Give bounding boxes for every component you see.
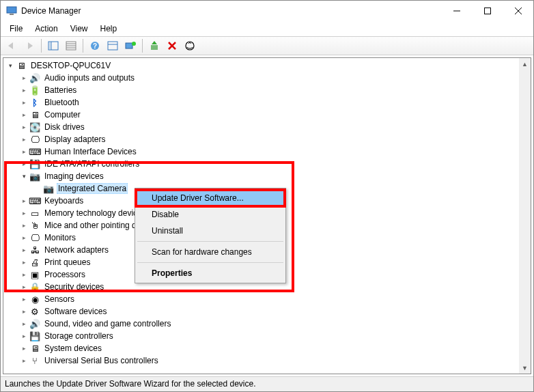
tree-item-label: Memory technology devices bbox=[43, 208, 147, 218]
context-menu: Update Driver Software...DisableUninstal… bbox=[135, 188, 286, 283]
tree-category-item[interactable]: ▸⑂Universal Serial Bus controllers bbox=[5, 354, 531, 367]
expand-arrow-icon[interactable]: ▸ bbox=[20, 123, 28, 131]
collapse-arrow-icon[interactable]: ▾ bbox=[20, 172, 28, 180]
monitor-icon: 🖵 bbox=[29, 232, 40, 243]
svg-rect-17 bbox=[126, 43, 132, 48]
expand-arrow-icon[interactable]: ▸ bbox=[20, 148, 28, 156]
scroll-down-icon[interactable]: ▼ bbox=[519, 362, 531, 374]
menu-file[interactable]: File bbox=[3, 23, 29, 35]
help-button[interactable]: ? bbox=[87, 38, 103, 54]
minimize-button[interactable] bbox=[441, 1, 472, 21]
tree-category-item[interactable]: ▸◉Sensors bbox=[5, 293, 531, 305]
expand-arrow-icon[interactable]: ▸ bbox=[20, 295, 28, 303]
tree-category-item[interactable]: ▸💽Disk drives bbox=[5, 121, 531, 133]
show-hide-tree-button[interactable] bbox=[45, 38, 61, 54]
properties-button[interactable] bbox=[63, 38, 79, 54]
expand-arrow-icon[interactable]: ▸ bbox=[20, 320, 28, 328]
status-text: Launches the Update Driver Software Wiza… bbox=[5, 379, 256, 389]
tree-category-item[interactable]: ▸🖥Computer bbox=[5, 109, 531, 121]
expand-arrow-icon[interactable]: ▸ bbox=[20, 160, 28, 168]
back-button[interactable] bbox=[3, 38, 20, 54]
tree-item-label: Computer bbox=[43, 110, 82, 120]
battery-icon: 🔋 bbox=[29, 85, 40, 96]
expand-arrow-icon[interactable]: ▸ bbox=[20, 98, 28, 107]
expand-arrow-icon[interactable]: ▸ bbox=[20, 283, 28, 291]
tree-item-label: Sensors bbox=[43, 294, 76, 304]
scroll-up-icon[interactable]: ▲ bbox=[519, 58, 531, 70]
menu-view[interactable]: View bbox=[64, 23, 94, 35]
tree-category-item[interactable]: ▸ᛒBluetooth bbox=[5, 96, 531, 109]
tree-category-item[interactable]: ▸💾IDE ATA/ATAPI controllers bbox=[5, 158, 531, 170]
expand-arrow-icon[interactable]: ▸ bbox=[20, 344, 28, 352]
context-menu-item[interactable]: Disable bbox=[137, 206, 284, 223]
update-driver-button[interactable] bbox=[146, 38, 163, 54]
context-menu-separator bbox=[137, 262, 283, 263]
expand-arrow-icon[interactable]: ▸ bbox=[20, 246, 28, 254]
tree-item-label: Universal Serial Bus controllers bbox=[43, 356, 160, 365]
tree-category-item[interactable]: ▸🔊Sound, video and game controllers bbox=[5, 318, 531, 330]
expand-arrow-icon[interactable]: ▸ bbox=[20, 221, 28, 229]
tree-item-label: Audio inputs and outputs bbox=[43, 73, 136, 83]
tree-item-label: IDE ATA/ATAPI controllers bbox=[43, 159, 141, 169]
tree-category-item[interactable]: ▸🔋Batteries bbox=[5, 84, 531, 96]
context-menu-item[interactable]: Properties bbox=[137, 265, 284, 281]
expand-arrow-icon[interactable]: ▸ bbox=[20, 74, 28, 82]
expand-arrow-icon[interactable]: ▸ bbox=[20, 270, 28, 279]
menubar: File Action View Help bbox=[1, 21, 533, 36]
tree-category-item[interactable]: ▸💾Storage controllers bbox=[5, 330, 531, 342]
menu-action[interactable]: Action bbox=[29, 23, 64, 35]
collapse-arrow-icon[interactable]: ▾ bbox=[6, 61, 14, 70]
expand-arrow-icon[interactable]: ▸ bbox=[20, 234, 28, 242]
context-menu-item[interactable]: Scan for hardware changes bbox=[137, 244, 284, 260]
maximize-button[interactable] bbox=[472, 1, 503, 21]
expand-arrow-icon[interactable]: ▸ bbox=[20, 258, 28, 266]
expand-arrow-icon[interactable]: ▸ bbox=[20, 209, 28, 217]
tree-category-item[interactable]: ▸🖵Display adapters bbox=[5, 133, 531, 145]
tree-item-label: Security devices bbox=[43, 282, 105, 292]
expand-arrow-icon[interactable]: ▸ bbox=[20, 135, 28, 143]
tree-item-label: Software devices bbox=[43, 307, 108, 316]
update-display-button[interactable] bbox=[122, 38, 139, 54]
tree-category-item[interactable]: ▸🔊Audio inputs and outputs bbox=[5, 72, 531, 84]
tree-item-label: Display adapters bbox=[43, 135, 107, 144]
expand-arrow-icon[interactable]: ▸ bbox=[20, 356, 28, 365]
context-menu-item[interactable]: Uninstall bbox=[137, 223, 284, 239]
vertical-scrollbar[interactable]: ▲ ▼ bbox=[519, 58, 531, 374]
keyboard-icon: ⌨ bbox=[29, 195, 40, 206]
action-properties-button[interactable] bbox=[104, 38, 121, 54]
toolbar-separator bbox=[83, 39, 83, 53]
context-menu-item[interactable]: Update Driver Software... bbox=[137, 190, 284, 206]
camera-icon: 📷 bbox=[43, 183, 54, 194]
svg-point-18 bbox=[132, 42, 136, 46]
tree-item-label: Imaging devices bbox=[43, 171, 105, 181]
tree-item-label: Bluetooth bbox=[43, 98, 81, 107]
tree-item-label: Print queues bbox=[43, 257, 92, 267]
expand-arrow-icon[interactable]: ▸ bbox=[20, 197, 28, 205]
tree-root[interactable]: ▾🖥DESKTOP-QPUC61V bbox=[5, 59, 531, 72]
svg-rect-15 bbox=[108, 42, 117, 50]
display-icon: 🖵 bbox=[29, 134, 40, 145]
svg-rect-3 bbox=[484, 8, 490, 14]
scan-hardware-button[interactable] bbox=[182, 38, 198, 54]
network-icon: 🖧 bbox=[29, 244, 40, 255]
close-button[interactable] bbox=[503, 1, 533, 21]
disk-icon: 💽 bbox=[29, 122, 40, 132]
tree-item-label: Integrated Camera bbox=[57, 183, 128, 194]
tree-category-item[interactable]: ▸⚙Software devices bbox=[5, 305, 531, 318]
expand-arrow-icon[interactable]: ▸ bbox=[20, 332, 28, 340]
window-title: Device Manager bbox=[21, 6, 441, 16]
tree-category-item[interactable]: ▸🖥System devices bbox=[5, 342, 531, 354]
tree-category-item[interactable]: ▸⌨Human Interface Devices bbox=[5, 145, 531, 158]
forward-button[interactable] bbox=[21, 38, 38, 54]
tree-item-label: DESKTOP-QPUC61V bbox=[29, 61, 112, 70]
menu-help[interactable]: Help bbox=[94, 23, 124, 35]
uninstall-button[interactable] bbox=[164, 38, 180, 54]
expand-arrow-icon[interactable]: ▸ bbox=[20, 307, 28, 316]
tree-category-item[interactable]: ▾📷Imaging devices bbox=[5, 170, 531, 182]
toolbar-separator bbox=[142, 39, 143, 53]
ide-icon: 💾 bbox=[29, 158, 40, 169]
tree-item-label: Processors bbox=[43, 270, 87, 279]
expand-arrow-icon[interactable]: ▸ bbox=[20, 86, 28, 94]
sound-icon: 🔊 bbox=[29, 318, 40, 329]
expand-arrow-icon[interactable]: ▸ bbox=[20, 111, 28, 119]
